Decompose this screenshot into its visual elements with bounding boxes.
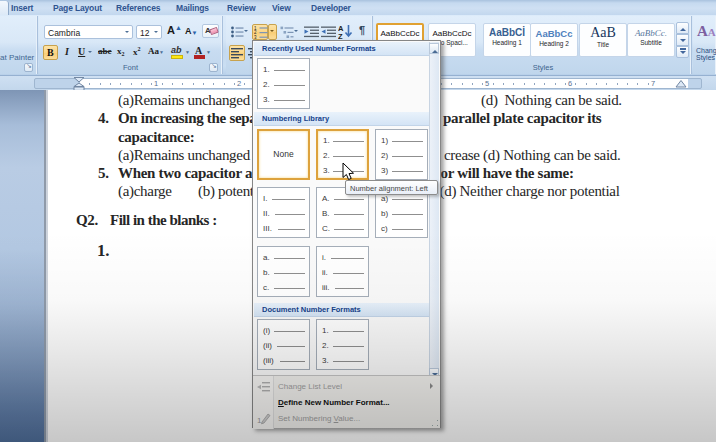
svg-text:3: 3 xyxy=(254,35,257,39)
svg-text:Z: Z xyxy=(338,32,343,40)
